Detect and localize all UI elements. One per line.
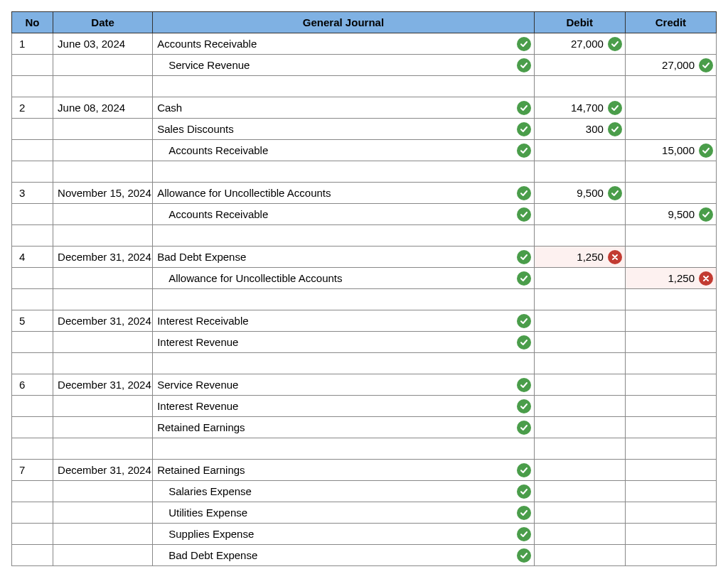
cell-account[interactable]: Service Revenue — [153, 55, 535, 76]
cell-account[interactable]: Sales Discounts — [153, 119, 535, 140]
cell-credit[interactable] — [625, 183, 716, 204]
account-label: Interest Revenue — [157, 336, 238, 348]
check-icon — [699, 207, 713, 222]
header-debit: Debit — [534, 12, 625, 33]
credit-value: 27,000 — [662, 59, 695, 71]
cell-credit[interactable] — [625, 374, 716, 396]
header-credit: Credit — [625, 12, 716, 33]
table-row: 2June 08, 2024Cash14,700 — [12, 97, 717, 119]
cell-account[interactable]: Bad Debt Expense — [153, 247, 535, 268]
check-icon — [517, 548, 531, 563]
check-icon — [699, 58, 713, 72]
cell-debit[interactable] — [534, 460, 625, 481]
debit-value: 27,000 — [571, 38, 604, 50]
cell-debit[interactable]: 14,700 — [534, 97, 625, 119]
account-label: Service Revenue — [157, 59, 250, 71]
cell-debit[interactable]: 27,000 — [534, 33, 625, 55]
cell-debit[interactable] — [534, 481, 625, 502]
cell-debit[interactable]: 1,250 — [534, 247, 625, 268]
account-label: Retained Earnings — [157, 464, 245, 476]
cell-account[interactable]: Accounts Receivable — [153, 33, 535, 55]
cell-credit[interactable] — [625, 524, 716, 545]
cell-account[interactable]: Interest Receivable — [153, 310, 535, 332]
cell-account[interactable]: Service Revenue — [153, 374, 535, 396]
cell-debit[interactable] — [534, 396, 625, 417]
cell-account[interactable]: Interest Revenue — [153, 332, 535, 353]
cell-credit[interactable]: 1,250 — [625, 268, 716, 289]
cell-debit[interactable] — [534, 310, 625, 332]
cell-account[interactable]: Bad Debt Expense — [153, 545, 535, 566]
account-label: Bad Debt Expense — [157, 251, 246, 263]
cell-account[interactable]: Allowance for Uncollectible Accounts — [153, 183, 535, 204]
cell-date — [53, 140, 153, 161]
cell-debit[interactable] — [534, 524, 625, 545]
cell-no — [12, 332, 53, 353]
cell-no — [12, 204, 53, 225]
cell-account[interactable]: Cash — [153, 97, 535, 119]
cell-credit[interactable] — [625, 460, 716, 481]
cell-date — [53, 268, 153, 289]
blank-row — [12, 225, 717, 247]
cell-account[interactable]: Interest Revenue — [153, 396, 535, 417]
cell-date — [53, 502, 153, 524]
cell-credit[interactable] — [625, 396, 716, 417]
cell-credit[interactable]: 15,000 — [625, 140, 716, 161]
cell-no — [12, 502, 53, 524]
cell-debit[interactable] — [534, 417, 625, 438]
blank-row — [12, 161, 717, 183]
check-icon — [517, 144, 531, 158]
cross-icon — [608, 250, 622, 264]
cell-no — [12, 545, 53, 566]
cell-debit[interactable] — [534, 268, 625, 289]
cell-debit[interactable] — [534, 502, 625, 524]
cell-account[interactable]: Allowance for Uncollectible Accounts — [153, 268, 535, 289]
check-icon — [517, 101, 531, 115]
cell-credit[interactable] — [625, 97, 716, 119]
check-icon — [517, 527, 531, 541]
table-row: 5December 31, 2024Interest Receivable — [12, 310, 717, 332]
cell-credit[interactable] — [625, 502, 716, 524]
cell-credit[interactable] — [625, 481, 716, 502]
cell-account[interactable]: Utilities Expense — [153, 502, 535, 524]
cell-debit[interactable] — [534, 332, 625, 353]
cell-date — [53, 204, 153, 225]
cell-debit[interactable] — [534, 374, 625, 396]
cell-debit[interactable] — [534, 545, 625, 566]
table-row: Allowance for Uncollectible Accounts1,25… — [12, 268, 717, 289]
cell-credit[interactable]: 27,000 — [625, 55, 716, 76]
cell-date: June 08, 2024 — [53, 97, 153, 119]
blank-row — [12, 289, 717, 310]
check-icon — [517, 314, 531, 328]
account-label: Supplies Expense — [157, 528, 254, 540]
cell-no: 3 — [12, 183, 53, 204]
cell-debit[interactable] — [534, 204, 625, 225]
cell-no — [12, 417, 53, 438]
account-label: Salaries Expense — [157, 485, 252, 497]
header-no: No — [12, 12, 53, 33]
blank-row — [12, 76, 717, 97]
cell-account[interactable]: Supplies Expense — [153, 524, 535, 545]
cell-date — [53, 545, 153, 566]
table-row: Accounts Receivable15,000 — [12, 140, 717, 161]
cell-debit[interactable] — [534, 140, 625, 161]
cell-account[interactable]: Accounts Receivable — [153, 140, 535, 161]
cell-credit[interactable] — [625, 417, 716, 438]
check-icon — [517, 421, 531, 435]
cell-credit[interactable] — [625, 119, 716, 140]
cell-debit[interactable]: 9,500 — [534, 183, 625, 204]
cell-credit[interactable] — [625, 247, 716, 268]
cell-credit[interactable] — [625, 33, 716, 55]
account-label: Service Revenue — [157, 379, 238, 391]
table-row: Sales Discounts300 — [12, 119, 717, 140]
cell-account[interactable]: Accounts Receivable — [153, 204, 535, 225]
cell-credit[interactable]: 9,500 — [625, 204, 716, 225]
cell-debit[interactable]: 300 — [534, 119, 625, 140]
cell-credit[interactable] — [625, 310, 716, 332]
cell-date: November 15, 2024 — [53, 183, 153, 204]
cell-account[interactable]: Retained Earnings — [153, 417, 535, 438]
cell-account[interactable]: Salaries Expense — [153, 481, 535, 502]
cell-credit[interactable] — [625, 332, 716, 353]
cell-account[interactable]: Retained Earnings — [153, 460, 535, 481]
cell-credit[interactable] — [625, 545, 716, 566]
cell-debit[interactable] — [534, 55, 625, 76]
